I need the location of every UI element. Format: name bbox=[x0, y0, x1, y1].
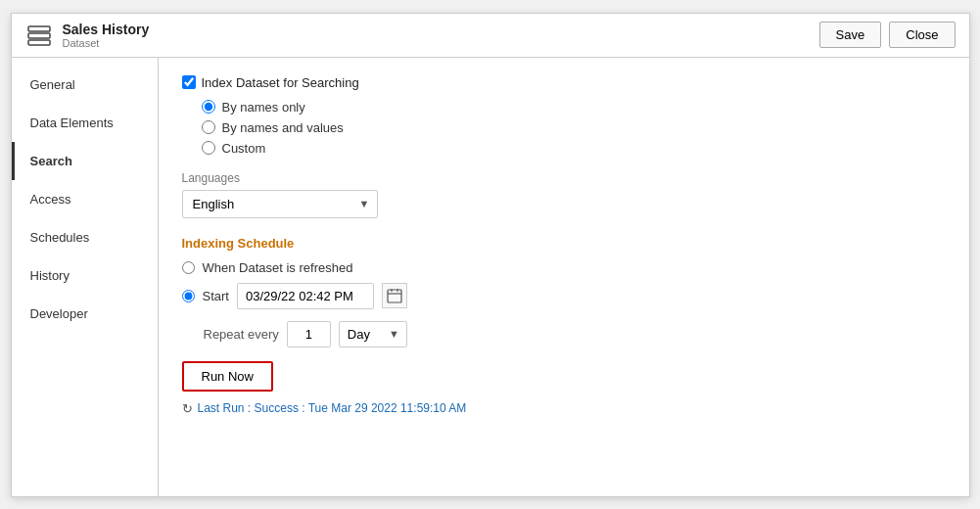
schedule-row-start: Start bbox=[182, 283, 946, 309]
svg-rect-2 bbox=[28, 40, 50, 45]
radio-row-custom: Custom bbox=[202, 141, 946, 156]
index-checkbox-label: Index Dataset for Searching bbox=[202, 75, 359, 90]
sidebar-item-data-elements[interactable]: Data Elements bbox=[12, 104, 158, 142]
sidebar-item-history[interactable]: History bbox=[12, 256, 158, 295]
radio-by-names-values[interactable] bbox=[202, 120, 215, 134]
close-button[interactable]: Close bbox=[889, 22, 955, 48]
radio-by-names-only[interactable] bbox=[202, 100, 215, 114]
indexing-schedule-title: Indexing Schedule bbox=[182, 236, 946, 251]
titlebar: Sales History Dataset Save Close bbox=[12, 14, 969, 58]
repeat-unit-select[interactable]: Day Week Month bbox=[339, 321, 407, 347]
sidebar-item-developer[interactable]: Developer bbox=[12, 295, 158, 333]
radio-label-by-names-only: By names only bbox=[222, 100, 305, 115]
radio-label-when-refreshed: When Dataset is refreshed bbox=[203, 260, 353, 275]
radio-row-by-names-values: By names and values bbox=[202, 120, 946, 135]
sidebar-item-general[interactable]: General bbox=[12, 66, 158, 104]
calendar-icon[interactable] bbox=[382, 283, 407, 308]
save-button[interactable]: Save bbox=[819, 22, 882, 48]
radio-label-start: Start bbox=[203, 289, 229, 303]
svg-rect-1 bbox=[28, 33, 50, 38]
content-area: General Data Elements Search Access Sche… bbox=[12, 58, 969, 496]
window-subtitle: Dataset bbox=[63, 37, 150, 49]
titlebar-actions: Save Close bbox=[819, 22, 956, 48]
sidebar-item-access[interactable]: Access bbox=[12, 180, 158, 218]
languages-select-wrapper: English French German Spanish ▼ bbox=[182, 190, 378, 218]
main-content: Index Dataset for Searching By names onl… bbox=[159, 58, 969, 496]
index-radio-group: By names only By names and values Custom bbox=[202, 100, 946, 156]
repeat-value-input[interactable] bbox=[287, 321, 331, 347]
window-title: Sales History bbox=[63, 22, 150, 37]
radio-label-custom: Custom bbox=[222, 141, 266, 156]
title-section: Sales History Dataset bbox=[25, 22, 150, 49]
radio-custom[interactable] bbox=[202, 141, 215, 155]
repeat-row: Repeat every Day Week Month ▼ bbox=[182, 321, 946, 347]
languages-section: Languages English French German Spanish … bbox=[182, 171, 946, 218]
sidebar-item-schedules[interactable]: Schedules bbox=[12, 218, 158, 256]
last-run-row: ↻ Last Run : Success : Tue Mar 29 2022 1… bbox=[182, 401, 946, 416]
last-run-text: Last Run : Success : Tue Mar 29 2022 11:… bbox=[198, 401, 467, 415]
index-checkbox[interactable] bbox=[182, 75, 196, 89]
main-window: Sales History Dataset Save Close General… bbox=[11, 13, 970, 497]
refresh-icon: ↻ bbox=[182, 401, 193, 416]
radio-start[interactable] bbox=[182, 290, 195, 302]
schedule-radio-group: When Dataset is refreshed Start bbox=[182, 260, 946, 309]
radio-row-by-names-only: By names only bbox=[202, 100, 946, 115]
schedule-row-when-refreshed: When Dataset is refreshed bbox=[182, 260, 946, 275]
run-now-button[interactable]: Run Now bbox=[182, 361, 273, 392]
index-checkbox-row: Index Dataset for Searching bbox=[182, 75, 946, 90]
start-date-input[interactable] bbox=[237, 283, 374, 309]
indexing-schedule-section: Indexing Schedule When Dataset is refres… bbox=[182, 236, 946, 416]
repeat-label: Repeat every bbox=[204, 327, 279, 342]
svg-rect-0 bbox=[28, 26, 50, 31]
dataset-icon bbox=[25, 22, 53, 49]
languages-select[interactable]: English French German Spanish bbox=[182, 190, 378, 218]
radio-when-refreshed[interactable] bbox=[182, 261, 195, 274]
sidebar-item-search[interactable]: Search bbox=[12, 142, 158, 180]
repeat-unit-wrapper: Day Week Month ▼ bbox=[339, 321, 407, 347]
radio-label-by-names-values: By names and values bbox=[222, 120, 344, 135]
sidebar: General Data Elements Search Access Sche… bbox=[12, 58, 159, 496]
languages-label: Languages bbox=[182, 171, 946, 185]
svg-rect-3 bbox=[388, 290, 401, 302]
title-text-block: Sales History Dataset bbox=[63, 22, 150, 49]
